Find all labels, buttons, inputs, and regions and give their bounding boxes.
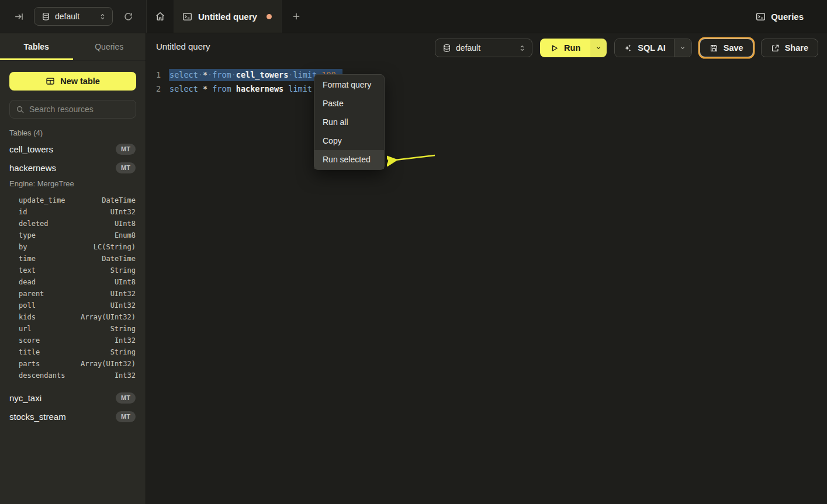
column-type: Array(UInt32): [81, 360, 136, 368]
database-icon: [442, 44, 451, 53]
new-tab-button[interactable]: [282, 0, 311, 33]
table-columns: update_timeDateTimeidUInt32deletedUInt8t…: [0, 191, 146, 384]
table-engine-label: Engine: MergeTree: [0, 177, 146, 191]
context-menu-item[interactable]: Paste: [314, 94, 384, 113]
run-dropdown-button[interactable]: [590, 39, 607, 57]
sidebar-tabs: Tables Queries: [0, 33, 146, 61]
context-menu-item[interactable]: Run selected: [314, 150, 384, 169]
sql-editor[interactable]: 1select·*·from·cell_towers·limit·100·2se…: [146, 60, 827, 504]
share-button[interactable]: Share: [761, 39, 818, 57]
table-engine-badge: MT: [116, 411, 136, 422]
tab-untitled-query[interactable]: Untitled query: [174, 0, 282, 33]
database-icon: [41, 12, 50, 21]
table-engine-badge: MT: [116, 144, 136, 155]
code-token: limit: [293, 70, 317, 79]
column-row: descendantsInt32: [0, 370, 146, 381]
code-token: select: [169, 70, 198, 79]
sql-ai-split-button: SQL AI: [614, 39, 692, 57]
whitespace: [207, 84, 212, 93]
column-name: text: [19, 266, 36, 274]
line-number: 2: [146, 84, 169, 93]
toolbar-database-selector[interactable]: default: [435, 39, 532, 57]
new-table-label: New table: [60, 77, 100, 86]
save-button[interactable]: Save: [700, 39, 753, 57]
column-name: url: [19, 325, 32, 333]
whitespace: ·: [198, 70, 203, 79]
column-type: UInt32: [110, 301, 136, 310]
column-type: DateTime: [102, 196, 136, 204]
tables-list-items: cell_towersMThackernewsMTEngine: MergeTr…: [0, 140, 146, 426]
sql-ai-label: SQL AI: [638, 43, 666, 53]
search-resources-input[interactable]: [29, 105, 130, 114]
code-token: select: [169, 84, 198, 93]
code-token: limit: [288, 84, 312, 93]
code-token: *: [203, 70, 207, 79]
top-bar: default Untitled query: [0, 0, 827, 33]
query-header: Untitled query default Run: [146, 33, 827, 60]
refresh-button[interactable]: [120, 8, 136, 25]
column-row: parentUInt32: [0, 288, 146, 300]
column-row: titleString: [0, 346, 146, 358]
run-split-button: Run: [540, 39, 607, 57]
column-type: UInt8: [115, 278, 136, 286]
column-name: parent: [19, 290, 44, 298]
annotation-arrow: [387, 150, 438, 166]
code-token: *: [203, 84, 207, 93]
column-type: Array(UInt32): [81, 313, 136, 321]
column-type: Enum8: [115, 231, 136, 239]
table-row[interactable]: stocks_streamMT: [0, 407, 146, 426]
table-name: stocks_stream: [9, 412, 66, 422]
whitespace: ·: [231, 70, 236, 79]
column-type: String: [110, 348, 136, 356]
sql-ai-button[interactable]: SQL AI: [615, 39, 674, 57]
column-row: deletedUInt8: [0, 218, 146, 230]
refresh-icon: [123, 12, 133, 22]
database-selector[interactable]: default: [34, 7, 113, 26]
search-resources-box: [9, 100, 136, 119]
column-type: String: [110, 266, 136, 274]
chevron-down-icon: [679, 44, 686, 51]
save-button-label: Save: [724, 43, 743, 53]
chevron-updown-icon: [99, 13, 106, 20]
run-button-label: Run: [564, 43, 580, 53]
column-name: by: [19, 243, 27, 251]
column-name: time: [19, 255, 36, 263]
editor-line[interactable]: 2select * from hackernews limit: [146, 82, 827, 96]
whitespace: [231, 84, 236, 93]
sidebar: Tables Queries New table Tables (4) cell…: [0, 33, 146, 504]
table-name: hackernews: [9, 163, 56, 173]
table-name: nyc_taxi: [9, 393, 41, 403]
run-button[interactable]: Run: [540, 39, 590, 57]
sql-ai-dropdown-button[interactable]: [674, 39, 691, 57]
whitespace: [198, 84, 203, 93]
search-icon: [16, 105, 25, 114]
sidebar-tab-queries[interactable]: Queries: [73, 33, 146, 60]
home-button[interactable]: [147, 0, 174, 33]
table-row[interactable]: cell_towersMT: [0, 140, 146, 158]
context-menu: Format queryPasteRun allCopyRun selected: [314, 74, 385, 170]
column-name: title: [19, 348, 40, 356]
column-row: urlString: [0, 323, 146, 335]
tables-section-title: Tables (4): [0, 127, 146, 140]
context-menu-item[interactable]: Copy: [314, 131, 384, 150]
context-menu-item[interactable]: Run all: [314, 113, 384, 131]
column-type: UInt8: [115, 220, 136, 228]
share-button-label: Share: [785, 43, 808, 53]
queries-button[interactable]: Queries: [756, 0, 827, 33]
context-menu-item[interactable]: Format query: [314, 75, 384, 94]
sidebar-tab-tables[interactable]: Tables: [0, 33, 73, 60]
editor-line[interactable]: 1select·*·from·cell_towers·limit·100·: [146, 68, 827, 82]
table-grid-icon: [46, 77, 55, 86]
column-row: deadUInt8: [0, 276, 146, 288]
column-row: timeDateTime: [0, 253, 146, 265]
save-icon: [710, 44, 718, 53]
unsaved-changes-dot: [267, 14, 272, 19]
table-row[interactable]: nyc_taxiMT: [0, 388, 146, 407]
terminal-icon: [182, 12, 192, 22]
top-bar-left: default: [0, 0, 146, 33]
code-token: cell_towers: [236, 70, 288, 79]
new-table-button[interactable]: New table: [9, 72, 136, 91]
table-row[interactable]: hackernewsMT: [0, 158, 146, 177]
collapse-sidebar-icon: [14, 12, 24, 22]
collapse-sidebar-button[interactable]: [11, 8, 27, 25]
